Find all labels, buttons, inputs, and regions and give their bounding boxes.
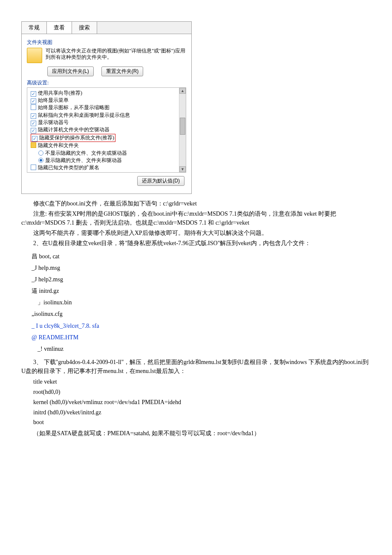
paragraph: 3、 下载"grub4dos-0.4.4-2009-01-ll"，解压，然后把里… bbox=[21, 358, 371, 376]
paragraph: 2、在U盘根目录建立veket目录，将"随身私密系统veket-7.96正式版.… bbox=[21, 239, 371, 248]
opt-color-ntfs[interactable]: 用彩色显示加密或压缩的 NTFS 文件 bbox=[31, 172, 177, 172]
scroll-up-icon[interactable]: ▲ bbox=[179, 88, 186, 94]
radio-icon[interactable] bbox=[38, 150, 43, 156]
reset-folders-button[interactable]: 重置文件夹(R) bbox=[101, 66, 144, 76]
paragraph: （如果是SATA硬盘就写成：PMEDIA=satahd, 如果不能引导可以写成：… bbox=[21, 429, 371, 438]
code-block: title veket root(hd0,0) kernel (hd0,0)/v… bbox=[33, 377, 371, 428]
file-item: 昌 boot, cat bbox=[32, 251, 371, 262]
paragraph: 注意: 有些安装XP时用的是GHOST版的，会在boot.ini中有c:\mxl… bbox=[21, 209, 371, 227]
opt-hidden-files-group: 隐藏文件和文件夹 bbox=[31, 142, 177, 149]
code-line: boot bbox=[33, 417, 371, 428]
opt-show-tooltip[interactable]: 鼠标指向文件夹和桌面项时显示提示信息 bbox=[31, 112, 177, 119]
tab-general[interactable]: 常规 bbox=[22, 22, 47, 34]
file-item: @ README.HTM bbox=[32, 332, 371, 343]
restore-defaults-button[interactable]: 还原为默认值(D) bbox=[137, 176, 184, 186]
folder-view-desc: 可以将该文件夹正在使用的视图(例如"详细信息"或"图标")应用到所有这种类型的文… bbox=[46, 48, 186, 63]
folder-small-icon bbox=[31, 142, 36, 148]
folder-options-dialog: 常规 查看 搜索 文件夹视图 可以将该文件夹正在使用的视图(例如"详细信息"或"… bbox=[21, 21, 192, 194]
checkbox-icon[interactable] bbox=[31, 98, 36, 104]
advanced-settings-list: 使用共享向导(推荐) 始终显示菜单 始终显示图标，从不显示缩略图 鼠标指向文件夹… bbox=[27, 87, 186, 173]
radio-icon[interactable] bbox=[38, 158, 43, 163]
file-list: 昌 boot, cat _J help.msg _J help2.msg 逼 i… bbox=[32, 251, 371, 355]
opt-show-drive-letter[interactable]: 显示驱动器号 bbox=[31, 119, 177, 126]
tabs-bar: 常规 查看 搜索 bbox=[22, 22, 191, 34]
opt-share-wizard[interactable]: 使用共享向导(推荐) bbox=[31, 90, 177, 97]
checkbox-icon[interactable] bbox=[31, 104, 36, 110]
scrollbar[interactable]: ▲ ▼ bbox=[179, 88, 186, 172]
checkbox-icon[interactable] bbox=[31, 91, 36, 97]
paragraph: 这两句不能共存，需要哪个系统则进入XP后做修改即可。期待有大大可以解决这个问题。 bbox=[21, 228, 371, 237]
checkbox-icon[interactable] bbox=[31, 121, 36, 126]
article-body: 修改C盘下的boot.ini文件，在最后添加如下语句：c:\grldr=veke… bbox=[21, 199, 371, 438]
scroll-thumb[interactable] bbox=[180, 118, 185, 135]
opt-dont-show-hidden[interactable]: 不显示隐藏的文件、文件夹或驱动器 bbox=[31, 150, 177, 157]
file-item: 」isolinux.bin bbox=[32, 297, 371, 308]
checkbox-icon[interactable] bbox=[31, 128, 36, 133]
file-item: _J help2.msg bbox=[32, 274, 371, 285]
file-item: _! vmlinuz bbox=[32, 344, 371, 354]
code-line: root(hd0,0) bbox=[33, 387, 371, 397]
code-line: kernel (hd0,0)/veket/vmlinuz root=/dev/s… bbox=[33, 397, 371, 408]
file-item: _J help.msg bbox=[32, 263, 371, 273]
opt-always-icons[interactable]: 始终显示图标，从不显示缩略图 bbox=[31, 104, 177, 111]
checkbox-icon[interactable] bbox=[31, 113, 36, 119]
file-item: 逼 initrd.gz bbox=[32, 286, 371, 296]
opt-always-menu[interactable]: 始终显示菜单 bbox=[31, 97, 177, 104]
apply-to-folders-button[interactable]: 应用到文件夹(L) bbox=[47, 66, 94, 76]
opt-hide-protected-os-files[interactable]: 隐藏受保护的操作系统文件(推荐) bbox=[31, 134, 115, 142]
advanced-settings-label: 高级设置: bbox=[27, 79, 186, 87]
paragraph: 修改C盘下的boot.ini文件，在最后添加如下语句：c:\grldr=veke… bbox=[21, 199, 371, 208]
folder-icon bbox=[27, 48, 42, 63]
tab-view[interactable]: 查看 bbox=[47, 22, 72, 34]
checkbox-icon[interactable] bbox=[32, 136, 37, 142]
scroll-down-icon[interactable]: ▼ bbox=[179, 166, 186, 172]
code-line: title veket bbox=[33, 377, 371, 387]
tab-search[interactable]: 搜索 bbox=[72, 22, 97, 34]
checkbox-icon[interactable] bbox=[31, 165, 36, 170]
file-item: _ I u clcy8k_3/elcet_7.8. sfa bbox=[32, 321, 371, 331]
file-item: „isolinux.cfg bbox=[32, 309, 371, 319]
folder-view-label: 文件夹视图 bbox=[27, 38, 186, 46]
opt-hide-empty-drives[interactable]: 隐藏计算机文件夹中的空驱动器 bbox=[31, 126, 177, 133]
opt-hide-extensions[interactable]: 隐藏已知文件类型的扩展名 bbox=[31, 164, 177, 171]
code-line: initrd (hd0,0)/veket/initrd.gz bbox=[33, 408, 371, 418]
opt-show-hidden[interactable]: 显示隐藏的文件、文件夹和驱动器 bbox=[31, 157, 177, 164]
